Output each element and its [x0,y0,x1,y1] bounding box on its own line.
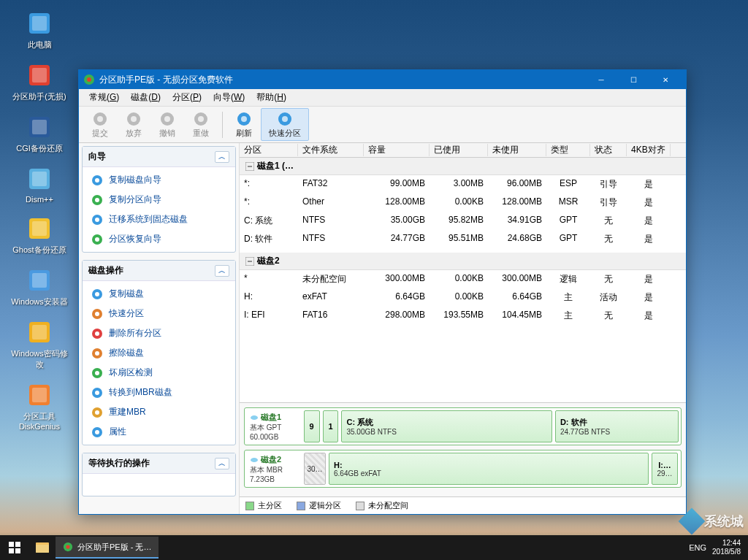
taskbar-task[interactable]: 分区助手PE版 - 无… [56,537,159,559]
partition-assistant-icon[interactable]: 分区助手(无损) [7,59,72,104]
start-button[interactable] [0,535,29,560]
windows-installer-icon[interactable]: Windows安装器 [7,264,72,309]
svg-rect-65 [36,545,49,553]
tool-redo[interactable]: 重做 [184,108,218,141]
wizard-panel-title: 向导 [88,150,106,163]
commit-icon [91,110,109,128]
svg-rect-13 [32,325,47,340]
partition-block[interactable]: C: 系统35.00GB NTFS [341,410,552,442]
menu-p[interactable]: 分区(P) [167,89,207,106]
svg-point-35 [95,218,99,222]
disk-label: 磁盘2基本 MBR7.23GB [247,453,301,485]
tool-discard[interactable]: 放弃 [117,108,150,141]
maximize-button[interactable]: ☐ [617,70,649,89]
ghost-backup-icon[interactable]: Ghost备份还原 [7,212,72,257]
collapse-icon[interactable]: ︿ [215,265,229,277]
close-button[interactable]: ✕ [649,70,682,89]
panel-item-label: 属性 [109,426,126,438]
table-row[interactable]: *:FAT3299.00MB3.00MB96.00MBESP引导是 [240,175,686,193]
panel-item-label: 迁移系统到固态磁盘 [109,213,188,226]
col-header[interactable]: 4KB对齐 [627,144,671,156]
panel-item[interactable]: 复制磁盘 [83,284,235,304]
table-row[interactable]: *未分配空间300.00MB0.00KB300.00MB逻辑无是 [240,270,686,288]
svg-point-21 [131,116,137,122]
sidebar: 向导︿ 复制磁盘向导复制分区向导迁移系统到固态磁盘分区恢复向导 磁盘操作︿ 复制… [79,143,240,514]
partition-block[interactable]: 30… [304,453,326,485]
collapse-icon[interactable]: ︿ [215,458,229,469]
panel-item[interactable]: 删除所有分区 [83,323,235,343]
svg-rect-62 [9,548,14,553]
svg-point-31 [95,178,99,183]
panel-item[interactable]: 快速分区 [83,304,235,323]
table-body[interactable]: 磁盘1 (…*:FAT3299.00MB3.00MB96.00MBESP引导是*… [240,158,686,402]
svg-point-47 [95,371,99,375]
refresh-icon [235,110,253,128]
windows-password-icon-img [25,318,54,347]
svg-point-25 [198,116,204,122]
panel-item[interactable]: 分区恢复向导 [83,229,235,249]
panel-item[interactable]: 转换到MBR磁盘 [83,383,235,402]
table-row[interactable]: I: EFIFAT16298.00MB193.55MB104.45MB主无是 [240,307,686,325]
panel-item[interactable]: 复制磁盘向导 [83,170,235,190]
col-header[interactable]: 未使用 [488,144,546,156]
disk-group-row[interactable]: 磁盘1 (… [240,158,686,175]
computer-icon[interactable]: 此电脑 [7,7,72,52]
menu-d[interactable]: 磁盘(D) [125,89,167,106]
minimize-button[interactable]: ─ [585,70,617,89]
panel-item[interactable]: 属性 [83,422,235,442]
svg-point-29 [282,116,288,122]
toolbar: 提交放弃撤销重做刷新快速分区 [79,107,686,143]
desktop-icon-label: 分区工具DiskGenius [9,411,70,431]
table-row[interactable]: *:Other128.00MB0.00KB128.00MBMSR引导是 [240,193,686,212]
col-header[interactable]: 文件系统 [298,144,364,156]
disk-group-row[interactable]: 磁盘2 [240,253,686,270]
panel-item-label: 复制磁盘 [109,288,144,300]
panel-item[interactable]: 重建MBR [83,402,235,422]
tool-commit[interactable]: 提交 [83,108,117,141]
disk-block[interactable]: 磁盘1基本 GPT60.00GB91C: 系统35.00GB NTFSD: 软件… [244,407,682,445]
collapse-icon[interactable]: ︿ [215,151,229,163]
wizard-panel-body: 复制磁盘向导复制分区向导迁移系统到固态磁盘分区恢复向导 [83,167,235,252]
partition-block[interactable]: I:…29… [652,453,678,485]
table-header: 分区文件系统容量已使用未使用类型状态4KB对齐 [240,143,686,158]
col-header[interactable]: 容量 [364,144,430,156]
tool-refresh[interactable]: 刷新 [227,108,261,141]
ime-indicator[interactable]: ENG [689,543,706,552]
partition-block[interactable]: H:6.64GB exFAT [329,453,649,485]
windows-password-icon[interactable]: Windows密码修改 [7,316,72,372]
tool-undo[interactable]: 撤销 [150,108,184,141]
table-row[interactable]: C: 系统NTFS35.00GB95.82MB34.91GBGPT无是 [240,212,686,230]
partition-block[interactable]: 1 [323,410,339,442]
col-header[interactable]: 状态 [590,144,627,156]
col-header[interactable]: 类型 [546,144,590,156]
pending-panel-title: 等待执行的操作 [88,457,150,469]
menu-h[interactable]: 帮助(H) [251,89,292,106]
col-header[interactable]: 已使用 [430,144,488,156]
main-area: 分区文件系统容量已使用未使用类型状态4KB对齐 磁盘1 (…*:FAT3299.… [240,143,686,514]
menu-w[interactable]: 向导(W) [207,89,251,106]
dism-icon[interactable]: Dism++ [7,163,72,205]
diskgenius-icon[interactable]: 分区工具DiskGenius [7,379,72,432]
titlebar[interactable]: 分区助手PE版 - 无损分区免费软件 ─ ☐ ✕ [79,70,686,89]
tool-quick-partition[interactable]: 快速分区 [261,108,309,141]
file-explorer-icon[interactable] [29,535,56,560]
menu-g[interactable]: 常规(G) [83,89,125,106]
panel-item-label: 复制分区向导 [109,193,161,206]
svg-rect-1 [32,16,47,31]
svg-point-59 [251,458,258,462]
disk-block[interactable]: 磁盘2基本 MBR7.23GB30…H:6.64GB exFATI:…29… [244,450,682,488]
panel-item[interactable]: 迁移系统到固态磁盘 [83,210,235,229]
cgi-backup-icon[interactable]: CGI备份还原 [7,111,72,156]
col-header[interactable]: 分区 [240,144,298,156]
convert-mbr-icon [91,387,103,399]
partition-block[interactable]: D: 软件24.77GB NTFS [555,410,679,442]
partition-block[interactable]: 9 [304,410,320,442]
panel-item[interactable]: 坏扇区检测 [83,363,235,383]
table-row[interactable]: D: 软件NTFS24.77GB95.51MB24.68GBGPT无是 [240,230,686,248]
clock[interactable]: 12:44 2018/5/8 [712,539,741,556]
panel-item[interactable]: 复制分区向导 [83,190,235,210]
wipe-disk-icon [91,348,103,359]
disk-visualization: 磁盘1基本 GPT60.00GB91C: 系统35.00GB NTFSD: 软件… [240,402,686,496]
table-row[interactable]: H:exFAT6.64GB0.00KB6.64GB主活动是 [240,288,686,307]
panel-item[interactable]: 擦除磁盘 [83,343,235,363]
